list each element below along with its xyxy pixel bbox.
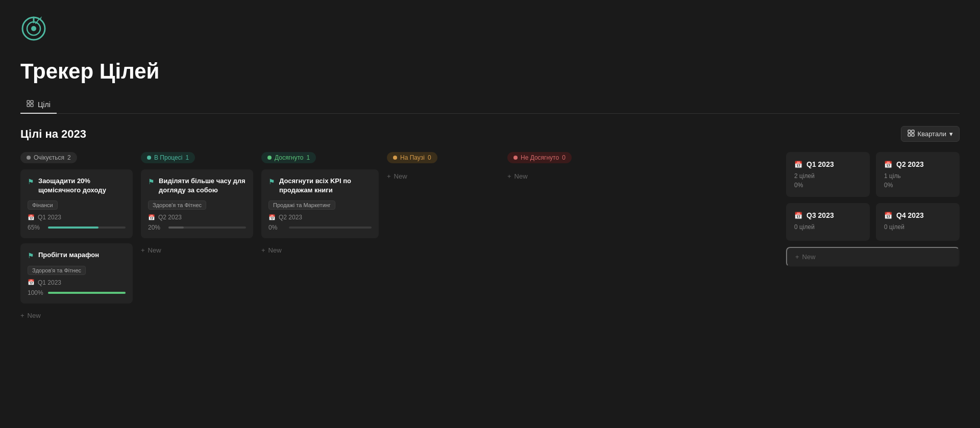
status-tag-in-progress: В Процесі 1: [141, 152, 195, 163]
app-logo: [20, 15, 47, 42]
progress-pct: 65%: [28, 224, 44, 231]
column-failed: Не Досягнуто 0 + New: [507, 152, 625, 322]
card-title: Заощадити 20% щомісячного доходу: [38, 177, 126, 195]
column-in-progress: В Процесі 1 ⚑ Виділяти більше часу для д…: [141, 152, 253, 322]
svg-rect-6: [31, 100, 33, 103]
col-count-waiting: 2: [67, 154, 71, 161]
card-title: Досягнути всіх KPI по продажам книги: [279, 177, 372, 195]
column-header-waiting: Очікується 2: [20, 152, 133, 163]
col-count-failed: 0: [562, 154, 566, 161]
card-title: Пробігти марафон: [38, 250, 99, 260]
progress-bar-bg: [289, 226, 372, 229]
quarter-card-q1[interactable]: 📅 Q1 2023 2 цілей 0%: [786, 152, 870, 197]
new-quarter-label: New: [802, 253, 816, 261]
new-quarter-button[interactable]: + New: [786, 247, 960, 267]
calendar-icon: 📅: [28, 279, 35, 286]
flag-icon: ⚑: [28, 178, 34, 186]
quarters-btn-label: Квартали: [918, 130, 946, 138]
section-title: Цілі на 2023: [20, 128, 86, 141]
column-header-failed: Не Досягнуто 0: [507, 152, 625, 163]
status-tag-failed: Не Досягнуто 0: [507, 152, 572, 163]
col-label-paused: На Паузі: [400, 154, 425, 161]
column-header-paused: На Паузі 0: [387, 152, 499, 163]
new-btn-waiting[interactable]: + New: [20, 309, 133, 322]
progress-pct: 0%: [268, 224, 285, 231]
new-btn-label: New: [28, 312, 41, 319]
card-save-income[interactable]: ⚑ Заощадити 20% щомісячного доходу Фінан…: [20, 169, 133, 238]
quarter-q1-title: Q1 2023: [806, 160, 834, 168]
col-label-done: Досягнуто: [275, 154, 303, 161]
status-tag-waiting: Очікується 2: [20, 152, 77, 163]
page-title: Трекер Цілей: [20, 59, 960, 84]
column-waiting: Очікується 2 ⚑ Заощадити 20% щомісячного…: [20, 152, 133, 322]
new-btn-done[interactable]: + New: [261, 243, 379, 257]
col-label-failed: Не Досягнуто: [521, 154, 559, 161]
flag-icon: ⚑: [148, 178, 155, 186]
card-tag: Здоров'я та Фітнес: [28, 266, 86, 275]
quarter-card-q3[interactable]: 📅 Q3 2023 0 цілей: [786, 203, 870, 241]
flag-icon: ⚑: [28, 251, 34, 260]
progress-pct: 100%: [28, 289, 44, 296]
new-btn-failed[interactable]: + New: [507, 169, 625, 183]
col-count-in-progress: 1: [185, 154, 189, 161]
quarter-card-q2[interactable]: 📅 Q2 2023 1 ціль 0%: [876, 152, 960, 197]
card-self-care[interactable]: ⚑ Виділяти більше часу для догляду за со…: [141, 169, 253, 238]
svg-rect-7: [27, 104, 30, 107]
quarter-q4-header: 📅 Q4 2023: [884, 211, 951, 219]
progress-pct: 20%: [148, 224, 164, 231]
calendar-icon: 📅: [148, 214, 155, 221]
plus-icon: +: [261, 246, 265, 254]
progress-bar-bg: [168, 226, 246, 229]
grid-icon: [908, 130, 915, 138]
calendar-icon: 📅: [268, 214, 276, 221]
card-kpi[interactable]: ⚑ Досягнути всіх KPI по продажам книги П…: [261, 169, 379, 238]
quarter-card-q4[interactable]: 📅 Q4 2023 0 цілей: [876, 203, 960, 241]
col-count-paused: 0: [428, 154, 431, 161]
progress-bar-bg: [48, 226, 126, 229]
calendar-icon: 📅: [884, 212, 892, 219]
logo-area: [20, 15, 960, 44]
quarter-q4-count: 0 цілей: [884, 223, 951, 231]
column-header-done: Досягнуто 1: [261, 152, 379, 163]
column-paused: На Паузі 0 + New: [387, 152, 499, 322]
plus-icon: +: [20, 312, 24, 319]
column-header-in-progress: В Процесі 1: [141, 152, 253, 163]
quarter-q2-pct: 0%: [884, 182, 951, 189]
tabs-bar: Цілі: [20, 96, 960, 114]
new-btn-paused[interactable]: + New: [387, 169, 499, 183]
col-label-waiting: Очікується: [34, 154, 64, 161]
quarter-q2-title: Q2 2023: [896, 160, 924, 168]
tab-goals-label: Цілі: [38, 100, 51, 109]
card-marathon[interactable]: ⚑ Пробігти марафон Здоров'я та Фітнес 📅 …: [20, 243, 133, 303]
new-btn-label: New: [394, 172, 407, 180]
svg-point-2: [31, 26, 36, 31]
svg-rect-9: [908, 130, 911, 133]
card-tag: Здоров'я та Фітнес: [148, 200, 206, 210]
new-btn-label: New: [148, 246, 161, 254]
quarters-button[interactable]: Квартали ▾: [901, 126, 960, 142]
quarters-grid: 📅 Q1 2023 2 цілей 0% 📅 Q2 2023 1 ціль 0%…: [786, 152, 960, 241]
col-count-done: 1: [306, 154, 310, 161]
svg-rect-12: [912, 134, 914, 136]
quarter-q1-header: 📅 Q1 2023: [794, 160, 862, 168]
svg-rect-10: [912, 130, 914, 133]
svg-rect-8: [31, 104, 33, 107]
new-btn-label: New: [268, 246, 282, 254]
section-header: Цілі на 2023 Квартали ▾: [20, 126, 960, 142]
card-tag: Фінанси: [28, 200, 58, 210]
plus-icon: +: [507, 172, 511, 180]
plus-icon: +: [387, 172, 391, 180]
calendar-icon: 📅: [794, 161, 802, 168]
quarter-q3-header: 📅 Q3 2023: [794, 211, 862, 219]
quarter-q1-pct: 0%: [794, 182, 862, 189]
card-date: Q2 2023: [279, 214, 302, 221]
main-layout: Очікується 2 ⚑ Заощадити 20% щомісячного…: [20, 152, 960, 322]
new-btn-in-progress[interactable]: + New: [141, 243, 253, 257]
progress-bar-fill: [168, 226, 184, 229]
status-tag-done: Досягнуто 1: [261, 152, 316, 163]
quarter-q1-count: 2 цілей: [794, 172, 862, 180]
card-tag: Продажі та Маркетинг: [268, 200, 335, 210]
flag-icon: ⚑: [268, 178, 275, 186]
table-icon: [27, 100, 34, 109]
tab-goals[interactable]: Цілі: [20, 96, 57, 114]
